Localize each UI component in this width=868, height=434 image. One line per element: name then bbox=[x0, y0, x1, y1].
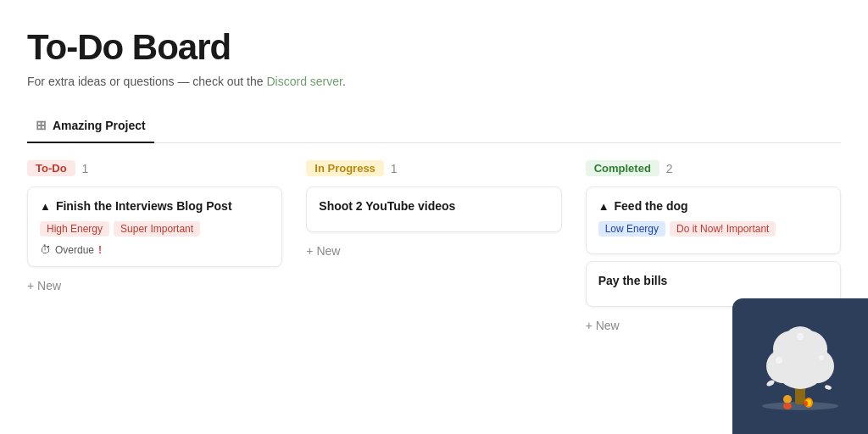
card-title: Shoot 2 YouTube videos bbox=[319, 199, 548, 213]
overdue-label: Overdue bbox=[55, 244, 94, 256]
svg-point-13 bbox=[783, 395, 792, 403]
subtitle: For extra ideas or questions — check out… bbox=[27, 75, 841, 88]
tag-super-important[interactable]: Super Important bbox=[114, 221, 200, 236]
card-priority-icon: ▲ bbox=[598, 200, 609, 213]
svg-point-8 bbox=[776, 357, 782, 364]
tree-illustration bbox=[745, 311, 855, 421]
card-title-text: Feed the dog bbox=[615, 199, 688, 213]
tree-widget bbox=[732, 298, 868, 434]
project-tab-label: Amazing Project bbox=[53, 119, 146, 132]
card-card-3[interactable]: ▲Feed the dogLow EnergyDo it Now! Import… bbox=[586, 186, 841, 254]
tag-high-energy[interactable]: High Energy bbox=[40, 221, 109, 236]
card-card-2[interactable]: Shoot 2 YouTube videos bbox=[306, 186, 561, 232]
add-new-todo[interactable]: + New bbox=[27, 274, 282, 298]
column-header-inprogress: In Progress1 bbox=[306, 160, 561, 176]
column-count-inprogress: 1 bbox=[391, 162, 398, 175]
discord-link[interactable]: Discord server bbox=[266, 75, 342, 88]
column-badge-inprogress: In Progress bbox=[306, 160, 384, 176]
tag-do-it-now!-important[interactable]: Do it Now! Important bbox=[670, 221, 776, 236]
card-title: Pay the bills bbox=[598, 274, 828, 287]
column-count-completed: 2 bbox=[666, 162, 673, 175]
card-title: ▲Finish the Interviews Blog Post bbox=[40, 199, 270, 213]
tag-low-energy[interactable]: Low Energy bbox=[598, 221, 665, 236]
project-tab-amazing[interactable]: ⊞ Amazing Project bbox=[27, 113, 154, 143]
card-title-text: Finish the Interviews Blog Post bbox=[56, 199, 232, 213]
column-badge-completed: Completed bbox=[586, 160, 659, 176]
project-tab-bar: ⊞ Amazing Project bbox=[27, 112, 841, 143]
kanban-board: To-Do1▲Finish the Interviews Blog PostHi… bbox=[27, 160, 841, 337]
column-count-todo: 1 bbox=[82, 162, 89, 175]
card-title: ▲Feed the dog bbox=[598, 199, 828, 213]
card-tags: High EnergySuper Important bbox=[40, 221, 270, 236]
card-title-text: Pay the bills bbox=[598, 274, 668, 287]
svg-point-10 bbox=[797, 333, 804, 340]
svg-point-17 bbox=[804, 401, 808, 406]
card-priority-icon: ▲ bbox=[40, 200, 51, 213]
project-tab-icon: ⊞ bbox=[36, 118, 47, 133]
add-new-inprogress[interactable]: + New bbox=[306, 239, 561, 263]
column-badge-todo: To-Do bbox=[27, 160, 75, 176]
card-title-text: Shoot 2 YouTube videos bbox=[319, 199, 455, 213]
column-header-completed: Completed2 bbox=[586, 160, 841, 176]
svg-point-14 bbox=[783, 403, 792, 409]
subtitle-period: . bbox=[342, 75, 346, 88]
overdue-exclamation: ! bbox=[98, 244, 102, 256]
card-card-1[interactable]: ▲Finish the Interviews Blog PostHigh Ene… bbox=[27, 186, 282, 267]
svg-point-7 bbox=[783, 326, 817, 360]
subtitle-text: For extra ideas or questions — check out… bbox=[27, 75, 266, 88]
column-inprogress: In Progress1Shoot 2 YouTube videos+ New bbox=[306, 160, 561, 263]
page-title: To-Do Board bbox=[27, 27, 841, 68]
svg-point-9 bbox=[819, 355, 824, 360]
svg-point-12 bbox=[824, 384, 832, 390]
column-todo: To-Do1▲Finish the Interviews Blog PostHi… bbox=[27, 160, 282, 298]
column-header-todo: To-Do1 bbox=[27, 160, 282, 176]
overdue-row: ⏱Overdue ! bbox=[40, 243, 270, 256]
card-tags: Low EnergyDo it Now! Important bbox=[598, 221, 828, 236]
clock-icon: ⏱ bbox=[40, 243, 51, 256]
